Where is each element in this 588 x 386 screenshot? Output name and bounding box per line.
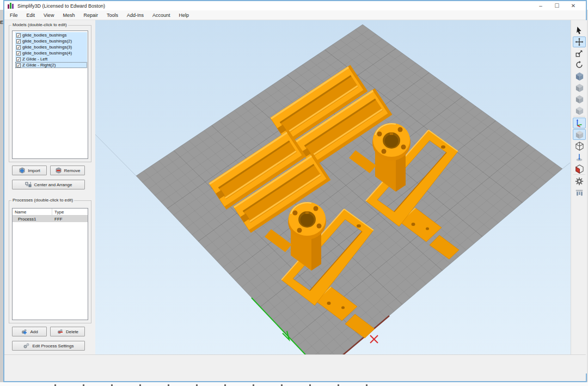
- models-list[interactable]: ✓ glide_bodies_bushings ✓ glide_bodies_b…: [12, 30, 88, 159]
- view-cube-side-icon[interactable]: [573, 82, 586, 93]
- minimize-button[interactable]: –: [532, 1, 549, 10]
- menu-addins[interactable]: Add-Ins: [122, 10, 148, 20]
- menu-file[interactable]: File: [4, 10, 22, 20]
- model-item-label: Z Glide - Right(2): [22, 63, 56, 68]
- arrange-icon: [25, 181, 32, 188]
- center-arrange-label: Center and Arrange: [34, 182, 72, 187]
- processes-groupbox-title: Processes (double-click to edit): [11, 198, 74, 203]
- process-col-name[interactable]: Name: [13, 209, 52, 215]
- model-list-item[interactable]: ✓ Z Glide - Right(2): [15, 62, 87, 68]
- checkbox-checked[interactable]: ✓: [16, 63, 21, 68]
- title-bar[interactable]: Simplify3D (Licensed to Edward Boston) –…: [4, 1, 586, 10]
- window-title: Simplify3D (Licensed to Edward Boston): [17, 3, 105, 9]
- view-cube-top-icon[interactable]: [573, 94, 586, 105]
- app-logo-icon: [8, 3, 14, 9]
- status-bar: [4, 354, 586, 381]
- menu-help[interactable]: Help: [175, 10, 194, 20]
- menu-mesh[interactable]: Mesh: [58, 10, 79, 20]
- add-label: Add: [30, 329, 38, 334]
- screen: E Simplify3D (Licensed to Edward Boston)…: [0, 0, 588, 386]
- remove-label: Remove: [64, 168, 81, 173]
- wireframe-cube-icon[interactable]: [573, 140, 586, 151]
- view-toolbar: [571, 20, 587, 373]
- delete-label: Delete: [66, 329, 78, 334]
- close-button[interactable]: ✕: [565, 1, 581, 10]
- import-button[interactable]: Import: [12, 166, 47, 175]
- import-box-icon: [19, 167, 26, 174]
- menu-edit[interactable]: Edit: [22, 10, 40, 20]
- menu-bar: File Edit View Mesh Repair Tools Add-Ins…: [4, 10, 586, 20]
- process-row[interactable]: Process1 FFF: [13, 216, 88, 222]
- model-list-item[interactable]: ✓ glide_bodies_bushings(2): [15, 38, 87, 44]
- processes-table[interactable]: Name Type Process1 FFF: [12, 208, 88, 320]
- menu-repair[interactable]: Repair: [79, 10, 102, 20]
- select-arrow-icon[interactable]: [573, 25, 586, 36]
- checkbox-checked[interactable]: ✓: [16, 45, 21, 50]
- process-type: FFF: [52, 216, 63, 222]
- import-label: Import: [28, 168, 40, 173]
- pin-icon[interactable]: [573, 152, 586, 163]
- scale-tool-icon[interactable]: [573, 48, 586, 59]
- center-and-arrange-button[interactable]: Center and Arrange: [12, 180, 85, 189]
- models-groupbox-title: Models (double-click to edit): [11, 22, 68, 27]
- model-list-item[interactable]: ✓ glide_bodies_bushings(3): [15, 44, 87, 50]
- model-item-label: Z Glide - Left: [22, 57, 47, 62]
- view-cube-front-icon[interactable]: [573, 71, 586, 82]
- remove-button[interactable]: Remove: [50, 166, 85, 175]
- background-bottom-sliver: [0, 382, 588, 386]
- model-list-item[interactable]: ✓ glide_bodies_bushings: [15, 32, 87, 38]
- view-cube-iso-icon[interactable]: [573, 105, 586, 116]
- checkbox-checked[interactable]: ✓: [16, 33, 21, 38]
- simplify3d-window: Simplify3D (Licensed to Edward Boston) –…: [3, 0, 587, 382]
- gear-icon[interactable]: [573, 176, 586, 187]
- checkbox-checked[interactable]: ✓: [16, 51, 21, 56]
- cross-section-cube-icon[interactable]: [573, 163, 586, 174]
- menu-account[interactable]: Account: [148, 10, 175, 20]
- remove-box-icon: [55, 167, 62, 174]
- add-gear-icon: [21, 328, 28, 335]
- status-text: [4, 354, 586, 381]
- delete-process-button[interactable]: Delete: [50, 327, 85, 336]
- gears-icon: [23, 342, 30, 349]
- supports-icon[interactable]: [573, 187, 586, 198]
- process-name: Process1: [13, 216, 52, 222]
- checkbox-checked[interactable]: ✓: [16, 39, 21, 44]
- toolbar-separator: [573, 174, 585, 175]
- model-item-label: glide_bodies_bushings(3): [22, 45, 72, 50]
- model-list-item[interactable]: ✓ glide_bodies_bushings(4): [15, 50, 87, 56]
- solid-view-cube-icon[interactable]: [573, 129, 586, 140]
- model-item-label: glide_bodies_bushings(2): [22, 39, 72, 44]
- axes-icon[interactable]: [573, 118, 586, 128]
- 3d-viewport[interactable]: [95, 20, 571, 373]
- toolbar-separator: [573, 116, 585, 117]
- rotate-tool-icon[interactable]: [573, 59, 586, 70]
- menu-view[interactable]: View: [39, 10, 58, 20]
- process-col-type[interactable]: Type: [52, 209, 64, 215]
- checkbox-checked[interactable]: ✓: [16, 57, 21, 62]
- delete-gear-icon: [57, 328, 64, 335]
- edit-process-settings-button[interactable]: Edit Process Settings: [12, 341, 85, 351]
- edit-process-label: Edit Process Settings: [32, 344, 74, 348]
- move-tool-icon[interactable]: [573, 36, 586, 47]
- add-process-button[interactable]: Add: [12, 327, 47, 336]
- menu-tools[interactable]: Tools: [102, 10, 122, 20]
- maximize-button[interactable]: ☐: [549, 1, 565, 10]
- model-item-label: glide_bodies_bushings: [22, 33, 66, 38]
- model-list-item[interactable]: ✓ Z Glide - Left: [15, 56, 87, 62]
- model-item-label: glide_bodies_bushings(4): [22, 51, 72, 56]
